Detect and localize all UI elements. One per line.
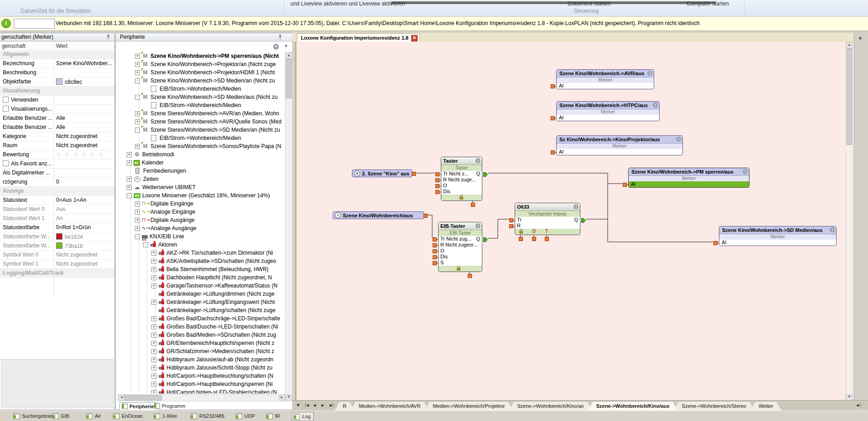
merker-input-row[interactable]: AI	[629, 181, 749, 187]
expand-icon[interactable]: +	[151, 349, 156, 354]
input-connector[interactable]	[433, 261, 437, 265]
connector-stub[interactable]	[519, 237, 523, 241]
tree-vscrollbar[interactable]: ▲ ▼	[285, 52, 293, 401]
expand-icon[interactable]: +	[151, 341, 156, 346]
input-connector[interactable]	[433, 237, 437, 241]
property-row[interactable]: RaumNicht zugeordnet	[0, 141, 114, 150]
property-row[interactable]: Statustextfarbe W...73ba1b	[0, 241, 114, 251]
property-row[interactable]: Statustextfarbe0=Rot 1=Grün	[0, 223, 114, 232]
input-connector[interactable]	[713, 241, 718, 245]
dock-tab-rs232/485[interactable]: RS232/485	[189, 412, 227, 420]
expand-icon[interactable]: +	[151, 390, 156, 394]
connector-stub[interactable]	[471, 203, 475, 207]
merker-block[interactable]: Szene Kino/Wohnbereich->AVR/ausiMerkerAI	[556, 69, 654, 89]
merker-input-row[interactable]: AI	[719, 240, 836, 246]
tree-item[interactable]: +Zeiten	[116, 175, 285, 183]
expand-icon[interactable]: +	[127, 152, 132, 157]
info-icon[interactable]: i	[743, 169, 748, 174]
tree-item[interactable]: -MSzene Kino/Wohnbereich->SD Medien/an (…	[116, 77, 285, 85]
expand-icon[interactable]: +	[135, 62, 140, 67]
dock-tab-air[interactable]: Air	[85, 412, 103, 420]
tree-item[interactable]: +Großes Bad/Dusche->LED-Stripe/schalten …	[116, 323, 285, 331]
property-row[interactable]: Statustext0=Aus 1=An	[0, 196, 114, 205]
footer-param-label[interactable]: T	[545, 229, 548, 234]
function-block-taster[interactable]: TasteriTasterTr Nicht z...QR Nicht zuge.…	[441, 157, 482, 201]
connector-stub[interactable]	[468, 274, 472, 278]
tree-item[interactable]: -MSzene Kino/Wohnbereich->SD Medien/aus …	[116, 93, 285, 101]
block-input-row[interactable]: Tr Nicht zug...Q	[439, 236, 482, 242]
tree-item[interactable]: +Bella Sternenhimmel (Beleuchtung, HWR)	[116, 265, 285, 273]
input-connector[interactable]	[509, 218, 513, 222]
connector-stub[interactable]	[545, 237, 549, 241]
expand-icon[interactable]: +	[135, 218, 140, 223]
pin-icon[interactable]	[106, 35, 111, 40]
expand-icon[interactable]: +	[135, 54, 140, 59]
tree-item[interactable]: Fernbedienungen	[116, 167, 285, 175]
expand-icon[interactable]: +	[135, 201, 140, 206]
tree-item[interactable]: +Hof/Carport->Hauptbeleuchtung/schalten …	[116, 372, 285, 380]
dock-tab-log[interactable]: Log	[292, 412, 314, 421]
doc-tab[interactable]: Medien->Wohnbereich/AVR	[351, 402, 429, 411]
merker-block[interactable]: Sz Kino/Wohnbereich->Kino/Projektor/ausi…	[556, 135, 683, 155]
tree-item[interactable]: +MSzene Stereo/Wohnbereich->AVR/Quelle S…	[116, 118, 285, 126]
pin-icon[interactable]	[278, 35, 283, 40]
function-block-o633[interactable]: O633iVerzögerter ImpulsTrQRDT	[515, 203, 580, 235]
info-icon[interactable]: i	[676, 137, 681, 142]
tree-item[interactable]: EIB/Strom->Wohnbereich/Medien	[116, 85, 285, 93]
property-row[interactable]: Als Digitalmerker ...	[0, 169, 114, 178]
scroll-up-icon[interactable]: ▲	[846, 42, 852, 48]
tree-item[interactable]: +Großes Bad/Medien->SD/schalten (Nicht z…	[116, 331, 285, 339]
tree-hscrollbar[interactable]: ◀ ▶	[118, 394, 286, 401]
property-row[interactable]: Statustext Wert 0Aus	[0, 205, 114, 214]
property-row[interactable]: Erlaubte Benutzer ...Alle	[0, 114, 114, 123]
expand-icon[interactable]: +	[135, 210, 140, 215]
tree-item[interactable]: +MSzene Kino/Wohnbereich->Projektor/HDMI…	[116, 68, 285, 77]
close-icon[interactable]: ✕	[411, 35, 418, 41]
tree-item[interactable]: +MSzene Stereo/Wohnbereich->AVR/an (Medi…	[116, 109, 285, 118]
tree-item[interactable]: +⚙Betriebsmodi	[116, 150, 285, 159]
tree-item[interactable]: EIB/Strom->Wohnbereich/Medien	[116, 134, 285, 142]
tree-item[interactable]: +⊓→Digitale Ausgänge	[116, 216, 285, 224]
expand-icon[interactable]: +	[135, 70, 140, 75]
tree-hscroll-thumb[interactable]	[124, 395, 162, 400]
expand-icon[interactable]: +	[127, 185, 132, 190]
tree-item[interactable]: Getränkelager->Lüftung/schalten (Nicht z…	[116, 306, 285, 314]
input-reference-marker[interactable]: iSzene Kino/Wohnbereich/aus	[333, 211, 424, 219]
collapse-icon[interactable]: -	[135, 78, 140, 83]
collapse-icon[interactable]: -	[135, 128, 140, 133]
tab-nav-icon[interactable]: |◀	[305, 403, 309, 407]
property-row[interactable]: KategorieNicht zugeordnet	[0, 132, 114, 141]
tree-item[interactable]: +Hof/Carport->Hauptbeleuchtung/sperren (…	[116, 380, 285, 388]
tree-item[interactable]: -MSLoxone Miniserver (Geschätzt 16%, Min…	[116, 191, 285, 200]
property-row[interactable]: Bewertung☆ ☆ ☆ ☆ ☆ ☆	[0, 150, 114, 159]
tree-item[interactable]: Getränkelager->Lüftung/dimmen (Nicht zug…	[116, 290, 285, 298]
output-connector[interactable]	[424, 214, 428, 218]
tab-peripherie[interactable]: Peripherie	[119, 402, 157, 410]
tree-filter-row[interactable]: ✕ ▼	[116, 41, 293, 52]
wire[interactable]	[428, 215, 432, 238]
input-connector[interactable]	[435, 172, 439, 176]
expand-icon[interactable]: +	[135, 226, 140, 231]
output-connector[interactable]	[483, 237, 488, 242]
property-row[interactable]: Erlaubte Benutzer ...Alle	[0, 123, 114, 132]
block-input-row[interactable]: O	[441, 183, 482, 189]
expand-icon[interactable]: +	[135, 119, 140, 124]
footer-param-label[interactable]: D	[532, 229, 536, 234]
tree-item[interactable]: +ASK/Arbeitsplatte->SD/schalten (Nicht z…	[116, 257, 285, 265]
info-icon[interactable]: i	[830, 227, 835, 232]
tree-item[interactable]: +∿→Analoge Ausgänge	[116, 224, 285, 232]
output-connector[interactable]	[483, 172, 488, 177]
input-connector[interactable]	[433, 255, 437, 259]
expand-icon[interactable]: +	[151, 300, 156, 305]
tab-nav-icon[interactable]: ▶	[321, 403, 324, 407]
tree-item[interactable]: -MSzene Stereo/Wohnbereich->SD Medien/an…	[116, 126, 285, 134]
expand-icon[interactable]: +	[151, 267, 156, 272]
property-row[interactable]: Statustextfarbe W...be1624	[0, 232, 114, 241]
collapse-icon[interactable]: -	[127, 193, 132, 198]
function-block-eib-taster[interactable]: EIB-TasteriEIB-TasterTr Nicht zug...QR N…	[438, 222, 482, 272]
expand-icon[interactable]: +	[135, 144, 140, 149]
scroll-down-icon[interactable]: ▼	[286, 395, 292, 400]
tree-item[interactable]: EIB/Strom->Wohnbereich/Medien	[116, 101, 285, 109]
property-row[interactable]: Objektfarbec8c8ec	[0, 77, 114, 87]
tab-programm[interactable]: Programm	[152, 402, 188, 410]
